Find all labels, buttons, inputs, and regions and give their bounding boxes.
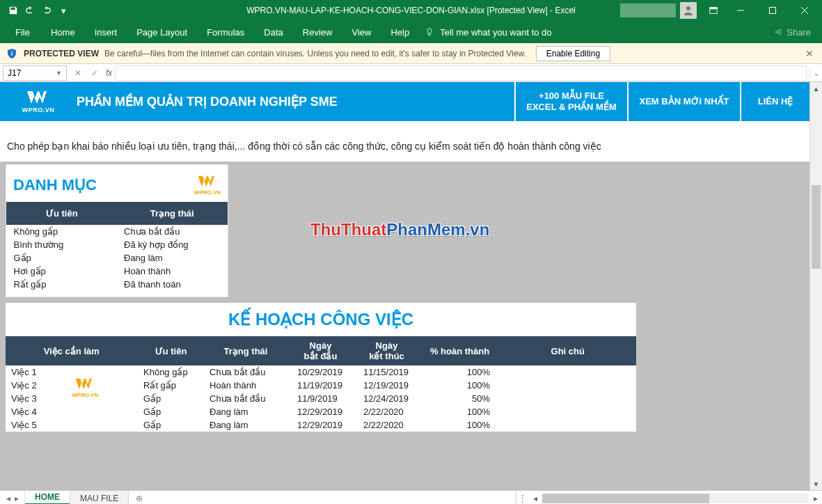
scroll-track[interactable]: [810, 95, 822, 478]
svg-rect-1: [710, 8, 718, 10]
user-avatar[interactable]: [680, 2, 697, 19]
sheet-pane[interactable]: WPRO.VN PHẦN MỀM QUẢN TRỊ DOANH NGHIỆP S…: [0, 82, 809, 490]
scroll-left-icon[interactable]: ◂: [529, 494, 542, 503]
qat-customize-icon[interactable]: ▾: [56, 3, 71, 18]
scroll-down-icon[interactable]: ▼: [810, 478, 822, 490]
brand-logo-inline: WPRO.VN: [72, 377, 98, 397]
tab-page-layout[interactable]: Page Layout: [127, 21, 197, 43]
table-row: Bình thườngĐã ký hợp đồng: [7, 238, 228, 251]
table-row: Không gấpChưa bắt đầu: [7, 225, 228, 239]
tab-file[interactable]: File: [4, 21, 41, 43]
name-box[interactable]: J17 ▼: [3, 65, 67, 81]
banner-btn-newest[interactable]: XEM BẢN MỚI NHẤT: [627, 82, 740, 121]
cell-trangthai: Đã ký hợp đồng: [117, 238, 228, 251]
kehoach-table: Việc cần làmƯu tiênTrạng tháiNgàybắt đầu…: [6, 336, 636, 432]
hscroll-track[interactable]: [542, 494, 809, 503]
formula-bar: J17 ▼ ✕ ✓ fx ⌄: [0, 64, 822, 82]
tab-home[interactable]: Home: [41, 21, 85, 43]
maximize-button[interactable]: [757, 0, 789, 21]
cell-ghichu: [500, 418, 636, 432]
top-banner: WPRO.VN PHẦN MỀM QUẢN TRỊ DOANH NGHIỆP S…: [0, 82, 809, 121]
cell-ghichu: [500, 379, 636, 392]
table-row: Việc 4 Gấp Đang làm 12/29/2019 2/22/2020…: [6, 405, 636, 418]
ribbon-display-options-icon[interactable]: [702, 6, 725, 15]
cell-ngaybd: 11/9/2019: [287, 392, 354, 405]
scroll-thumb[interactable]: [812, 185, 821, 269]
undo-icon[interactable]: [22, 3, 38, 18]
cell-trangthai: Đã thanh toán: [117, 278, 228, 297]
cell-pct: 100%: [420, 405, 500, 418]
tab-review[interactable]: Review: [293, 21, 342, 43]
cell-ngaybd: 12/29/2019: [287, 418, 354, 432]
scroll-up-icon[interactable]: ▲: [810, 82, 822, 95]
sheet-tab-maufile[interactable]: MAU FILE: [70, 491, 129, 504]
kehoach-box: KẾ HOẠCH CÔNG VIỆC Việc cần làmƯu tiênTr…: [6, 303, 636, 432]
close-button[interactable]: [789, 0, 821, 21]
close-bar-icon[interactable]: ✕: [803, 48, 816, 59]
tab-nav-arrows[interactable]: ◂ ▸: [0, 491, 25, 504]
cancel-formula-icon[interactable]: ✕: [70, 68, 86, 78]
banner-btn-contact[interactable]: LIÊN HỆ: [740, 82, 809, 121]
cell-viec: Việc 5: [6, 418, 138, 432]
save-icon[interactable]: [6, 3, 21, 18]
formula-input[interactable]: [115, 65, 807, 81]
table-row: Việc 5 Gấp Đang làm 12/29/2019 2/22/2020…: [6, 418, 636, 432]
prev-sheet-icon[interactable]: ◂: [6, 494, 10, 503]
cell-trangthai: Đang làm: [117, 251, 228, 265]
cell-ngaybd: 12/29/2019: [287, 405, 354, 418]
banner-btn-files[interactable]: +100 MẪU FILEEXCEL & PHẦN MỀM: [514, 82, 627, 121]
cell-trangthai: Hoàn thành: [117, 265, 228, 278]
cell-uutien: Gấp: [138, 405, 204, 418]
tab-data[interactable]: Data: [254, 21, 292, 43]
cell-trangthai: Đang làm: [204, 405, 287, 418]
enable-editing-button[interactable]: Enable Editing: [536, 46, 610, 61]
lightbulb-icon: [425, 27, 434, 37]
cell-uutien: Hơi gấp: [7, 265, 118, 278]
share-icon: [774, 28, 782, 36]
redo-icon[interactable]: [39, 3, 54, 18]
cell-uutien: Rất gấp: [138, 379, 204, 392]
hscroll-thumb[interactable]: [542, 494, 709, 503]
workspace: WPRO.VN PHẦN MỀM QUẢN TRỊ DOANH NGHIỆP S…: [0, 82, 822, 490]
ribbon: File Home Insert Page Layout Formulas Da…: [0, 21, 822, 43]
protected-view-bar: i PROTECTED VIEW Be careful—files from t…: [0, 43, 822, 64]
tell-me[interactable]: Tell me what you want to do: [425, 27, 551, 38]
cell-pct: 100%: [420, 379, 500, 392]
enter-formula-icon[interactable]: ✓: [86, 68, 103, 78]
cell-uutien: Gấp: [138, 418, 204, 432]
cell-trangthai: Chưa bắt đầu: [204, 365, 287, 379]
col-uutien: Ưu tiên: [7, 203, 118, 225]
danhmuc-box: DANH MỤC WPRO.VN Ưu tiên Trạng thái Khôn…: [6, 164, 228, 297]
protected-message: Be careful—files from the Internet can c…: [104, 49, 526, 58]
sheet-tabs-row: ◂ ▸ HOME MAU FILE ⊕ ⋮ ◂ ▸: [0, 490, 822, 504]
scroll-right-icon[interactable]: ▸: [809, 494, 822, 503]
cell-uutien: Không gấp: [7, 225, 118, 239]
tab-formulas[interactable]: Formulas: [197, 21, 254, 43]
table-row: Việc 2WPRO.VN Rất gấp Hoàn thành 11/19/2…: [6, 379, 636, 392]
next-sheet-icon[interactable]: ▸: [15, 494, 19, 503]
tab-view[interactable]: View: [342, 21, 381, 43]
chevron-down-icon[interactable]: ▼: [56, 70, 62, 77]
cell-uutien: Không gấp: [138, 365, 204, 379]
horizontal-scrollbar[interactable]: ⋮ ◂ ▸: [516, 491, 822, 504]
cell-ngaykt: 2/22/2020: [354, 418, 420, 432]
window-title: WPRO.VN-MAU-LAP-KE-HOACH-CONG-VIEC-DON-G…: [246, 6, 576, 15]
tab-help[interactable]: Help: [381, 21, 419, 43]
cell-ghichu: [500, 405, 636, 418]
user-name-box: [620, 3, 676, 17]
table-row: Việc 1 Không gấp Chưa bắt đầu 10/29/2019…: [6, 365, 636, 379]
sheet-tab-home[interactable]: HOME: [25, 491, 70, 504]
share-button[interactable]: Share: [774, 27, 818, 38]
add-sheet-button[interactable]: ⊕: [129, 491, 150, 504]
fx-icon[interactable]: fx: [106, 68, 112, 78]
cell-trangthai: Hoàn thành: [204, 379, 287, 392]
cell-ngaybd: 10/29/2019: [287, 365, 354, 379]
w-logo-icon: [197, 175, 218, 189]
minimize-button[interactable]: [725, 0, 757, 21]
split-handle-icon[interactable]: ⋮: [516, 494, 529, 503]
cell-ghichu: [500, 365, 636, 379]
tab-insert[interactable]: Insert: [85, 21, 127, 43]
vertical-scrollbar[interactable]: ▲ ▼: [809, 82, 822, 490]
expand-formula-icon[interactable]: ⌄: [809, 68, 822, 78]
svg-text:i: i: [11, 50, 13, 57]
